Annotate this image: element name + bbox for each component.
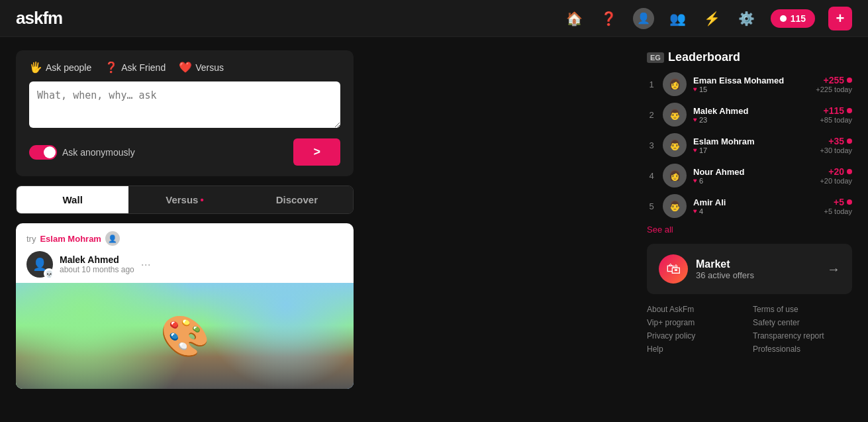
score-main-2: +115 bbox=[823, 105, 852, 116]
lb-hearts-count-1: 15 bbox=[699, 85, 707, 93]
logo-fm: fm bbox=[42, 8, 62, 28]
versus-dot: • bbox=[200, 194, 203, 205]
market-arrow-icon: → bbox=[827, 262, 840, 277]
skull-badge: 💀 bbox=[44, 268, 54, 279]
score-main-5: +5 bbox=[834, 197, 852, 207]
footer-terms[interactable]: Terms of use bbox=[753, 305, 852, 314]
notif-dot bbox=[780, 15, 787, 22]
score-dot-1 bbox=[847, 78, 852, 83]
lb-avatar-5: 👨 bbox=[663, 194, 687, 218]
toggle-switch[interactable] bbox=[29, 145, 57, 160]
author-name[interactable]: Malek Ahmed bbox=[60, 254, 134, 265]
heart-icon-ask: ❤️ bbox=[179, 61, 192, 74]
leaderboard-row-1[interactable]: 1 👩 Eman Eissa Mohamed ♥ 15 +255 +225 to… bbox=[647, 72, 852, 96]
rank-3: 3 bbox=[647, 140, 656, 150]
leaderboard-row-2[interactable]: 2 👨 Malek Ahmed ♥ 23 +115 +85 today bbox=[647, 103, 852, 127]
heart-icon-4: ♥ bbox=[693, 177, 697, 184]
region-badge: EG bbox=[647, 52, 664, 63]
ask-friend-tab[interactable]: ❓ Ask Friend bbox=[105, 61, 166, 74]
anonymous-toggle[interactable]: Ask anonymously bbox=[29, 145, 135, 160]
lb-score-3: +35 +30 today bbox=[820, 136, 852, 154]
tab-discover[interactable]: Discover bbox=[241, 186, 353, 213]
leaderboard-row-4[interactable]: 4 👩 Nour Ahmed ♥ 6 +20 +20 today bbox=[647, 164, 852, 187]
plus-button[interactable]: + bbox=[828, 7, 852, 30]
footer-links: About AskFm Terms of use Vip+ program Sa… bbox=[647, 305, 852, 354]
post-card: try Eslam Mohram 👤 👤 💀 Malek Ahmed about… bbox=[16, 223, 354, 389]
market-box[interactable]: 🛍 Market 36 active offers → bbox=[647, 244, 852, 294]
market-icon: 🛍 bbox=[659, 254, 688, 284]
lb-info-3: Eslam Mohram ♥ 17 bbox=[693, 136, 813, 154]
lb-hearts-count-2: 23 bbox=[699, 116, 707, 124]
post-more-button[interactable]: ··· bbox=[141, 258, 151, 270]
score-val-3: +35 bbox=[828, 136, 844, 146]
leaderboard-row-5[interactable]: 5 👨 Amir Ali ♥ 4 +5 +5 today bbox=[647, 194, 852, 218]
nav-icons: 🏠 ❓ 👤 👥 ⚡ ⚙️ 115 + bbox=[564, 7, 852, 30]
try-line: try Eslam Mohram 👤 bbox=[26, 231, 343, 246]
ask-people-label: Ask people bbox=[46, 62, 91, 73]
rank-5: 5 bbox=[647, 201, 656, 211]
people-icon[interactable]: 👥 bbox=[667, 8, 689, 29]
footer-privacy[interactable]: Privacy policy bbox=[647, 331, 746, 341]
right-column: EG Leaderboard 1 👩 Eman Eissa Mohamed ♥ … bbox=[647, 50, 852, 389]
header: askfm 🏠 ❓ 👤 👥 ⚡ ⚙️ 115 + bbox=[0, 0, 868, 37]
footer-professionals[interactable]: Professionals bbox=[753, 344, 852, 354]
leaderboard-header: EG Leaderboard bbox=[647, 50, 852, 64]
versus-tab-label: Versus bbox=[166, 194, 198, 205]
ask-input[interactable] bbox=[29, 81, 340, 128]
heart-icon-3: ♥ bbox=[693, 146, 697, 154]
question-icon: ❓ bbox=[105, 61, 118, 74]
lb-info-2: Malek Ahmed ♥ 23 bbox=[693, 106, 813, 124]
main-layout: 🖐 Ask people ❓ Ask Friend ❤️ Versus Ask … bbox=[0, 37, 868, 402]
lb-avatar-3: 👨 bbox=[663, 133, 687, 157]
heart-icon-1: ♥ bbox=[693, 85, 697, 93]
lb-hearts-1: ♥ 15 bbox=[693, 85, 809, 93]
help-icon[interactable]: ❓ bbox=[599, 8, 620, 29]
lb-hearts-4: ♥ 6 bbox=[693, 177, 813, 185]
logo[interactable]: askfm bbox=[16, 8, 62, 28]
footer-safety[interactable]: Safety center bbox=[753, 318, 852, 327]
try-text: try bbox=[26, 234, 36, 244]
rank-2: 2 bbox=[647, 110, 656, 120]
footer-help[interactable]: Help bbox=[647, 344, 746, 354]
lb-info-4: Nour Ahmed ♥ 6 bbox=[693, 167, 813, 185]
versus-tab[interactable]: ❤️ Versus bbox=[179, 61, 224, 74]
user-avatar-icon[interactable]: 👤 bbox=[633, 8, 654, 29]
lb-name-3: Eslam Mohram bbox=[693, 136, 813, 146]
lb-hearts-count-3: 17 bbox=[699, 146, 707, 154]
score-dot-3 bbox=[847, 138, 852, 144]
lb-info-1: Eman Eissa Mohamed ♥ 15 bbox=[693, 76, 809, 93]
post-author: 👤 💀 Malek Ahmed about 10 months ago ··· bbox=[26, 251, 343, 278]
footer-vip[interactable]: Vip+ program bbox=[647, 318, 746, 327]
lb-score-4: +20 +20 today bbox=[820, 166, 852, 185]
market-subtitle: 36 active offers bbox=[696, 270, 819, 280]
lightning-icon[interactable]: ⚡ bbox=[702, 8, 723, 29]
notifications-button[interactable]: 115 bbox=[771, 9, 815, 28]
author-avatar: 👤 💀 bbox=[26, 251, 53, 278]
send-button[interactable]: > bbox=[293, 138, 340, 166]
ask-friend-label: Ask Friend bbox=[121, 62, 166, 73]
anon-label: Ask anonymously bbox=[62, 147, 135, 158]
leaderboard-title: Leaderboard bbox=[668, 50, 740, 64]
lb-info-5: Amir Ali ♥ 4 bbox=[693, 197, 817, 215]
score-today-2: +85 today bbox=[820, 116, 852, 124]
score-val-1: +255 bbox=[823, 75, 844, 85]
try-name[interactable]: Eslam Mohram bbox=[40, 234, 101, 244]
notif-count: 115 bbox=[791, 13, 806, 24]
score-today-4: +20 today bbox=[820, 177, 852, 185]
footer-transparency[interactable]: Transparency report bbox=[753, 331, 852, 341]
settings-icon[interactable]: ⚙️ bbox=[736, 8, 757, 29]
see-all-link[interactable]: See all bbox=[647, 225, 852, 235]
tab-versus[interactable]: Versus• bbox=[128, 186, 240, 213]
footer-about[interactable]: About AskFm bbox=[647, 305, 746, 314]
author-time: about 10 months ago bbox=[60, 265, 134, 274]
heart-icon-2: ♥ bbox=[693, 116, 697, 123]
leaderboard-row-3[interactable]: 3 👨 Eslam Mohram ♥ 17 +35 +30 today bbox=[647, 133, 852, 157]
score-today-1: +225 today bbox=[816, 85, 852, 93]
home-icon[interactable]: 🏠 bbox=[564, 8, 585, 29]
ask-people-tab[interactable]: 🖐 Ask people bbox=[29, 61, 91, 74]
post-header: try Eslam Mohram 👤 👤 💀 Malek Ahmed about… bbox=[16, 223, 354, 283]
tab-wall[interactable]: Wall bbox=[17, 186, 128, 213]
wall-label: Wall bbox=[63, 194, 83, 205]
lb-avatar-4: 👩 bbox=[663, 164, 687, 187]
content-tabs: Wall Versus• Discover bbox=[16, 185, 354, 214]
